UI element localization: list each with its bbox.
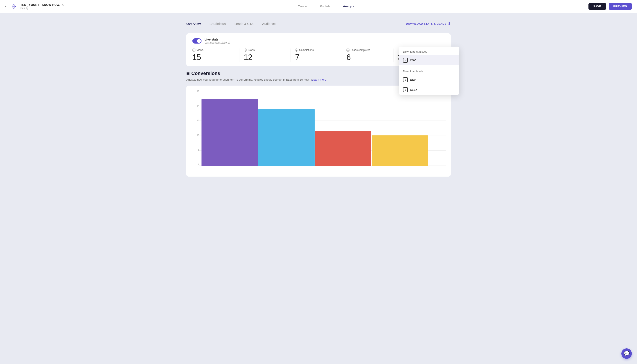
metric-leads-label: ◷ Leads completed <box>346 48 389 52</box>
filter-icon: ⊟ <box>186 71 190 76</box>
chat-icon: 💬 <box>624 351 630 356</box>
download-stats-icon: ⬇ <box>448 22 451 26</box>
bars-row <box>199 90 446 166</box>
bar-views <box>202 99 258 166</box>
metric-starts-label: ◎ Starts <box>244 48 286 52</box>
tabs-bar: Overview Breakdown Leads & CTA Audience … <box>186 20 451 28</box>
chart-area <box>199 90 446 172</box>
metric-completions-value: 7 <box>295 53 338 62</box>
live-stats-text: Live stats Last updated 12:19:17 <box>204 38 230 44</box>
dropdown-leads-title: Download leads <box>399 67 459 75</box>
bar-starts <box>258 109 314 166</box>
starts-icon: ◎ <box>244 48 247 52</box>
save-button[interactable]: SAVE <box>588 3 606 10</box>
metric-views-value: 15 <box>192 53 235 62</box>
nav-analyze[interactable]: Analyze <box>343 4 354 9</box>
live-stats-header: Live stats Last updated 12:19:17 <box>192 38 444 44</box>
chart-container: 16 14 12 10 8 6 <box>186 86 451 176</box>
chart-inner: 16 14 12 10 8 6 <box>193 90 446 172</box>
csv-leads-icon: ↓ <box>403 77 408 82</box>
leads-icon: ◷ <box>346 48 350 52</box>
metric-completions-label: ◉ Completions <box>295 48 338 52</box>
tab-leads-cta[interactable]: Leads & CTA <box>234 20 254 28</box>
topnav-center-nav: Create Publish Analyze <box>64 4 588 9</box>
metric-completions: ◉ Completions 7 <box>291 48 342 62</box>
info-icon[interactable]: i <box>26 6 29 10</box>
dropdown-leads-xlsx[interactable]: ↓ XLSX <box>399 85 459 95</box>
chat-button[interactable]: 💬 <box>622 348 632 359</box>
logo-icon <box>10 2 18 10</box>
y-axis: 16 14 12 10 8 6 <box>193 90 199 172</box>
live-stats-label: Live stats <box>204 38 230 41</box>
download-stats-button[interactable]: DOWNLOAD STATS & LEADS ⬇ <box>406 22 451 26</box>
views-icon: ○ <box>192 48 196 52</box>
learn-more-link[interactable]: Learn more <box>312 78 326 81</box>
edit-title-icon[interactable]: ✎ <box>62 4 64 6</box>
bar-completions <box>315 131 371 166</box>
bar-leads <box>372 136 428 166</box>
csv-stats-icon: ↓ <box>403 58 408 62</box>
metric-starts: ◎ Starts 12 <box>240 48 291 62</box>
metric-views-label: ○ Views <box>192 48 235 52</box>
metric-leads: ◷ Leads completed 6 <box>342 48 394 62</box>
project-subtitle: Quiz i <box>20 6 64 10</box>
metric-views: ○ Views 15 <box>192 48 240 62</box>
title-block: TEST YOUR IT KNOW-HOW. ✎ Quiz i <box>20 3 64 10</box>
live-stats-updated: Last updated 12:19:17 <box>204 41 230 44</box>
metric-leads-value: 6 <box>346 53 389 62</box>
project-title: TEST YOUR IT KNOW-HOW. ✎ <box>20 3 64 6</box>
download-dropdown: Download statistics ↓ CSV Download leads… <box>399 46 459 95</box>
nav-publish[interactable]: Publish <box>320 4 330 9</box>
dropdown-stats-title: Download statistics <box>399 46 459 55</box>
xlsx-leads-icon: ↓ <box>403 87 408 92</box>
dropdown-divider <box>399 66 459 66</box>
topnav-right: SAVE PREVIEW <box>588 3 632 10</box>
dropdown-stats-csv[interactable]: ↓ CSV <box>399 55 459 65</box>
live-stats-toggle[interactable] <box>192 38 202 44</box>
metric-starts-value: 12 <box>244 53 286 62</box>
main-content: Overview Breakdown Leads & CTA Audience … <box>178 13 459 183</box>
nav-create[interactable]: Create <box>298 4 307 9</box>
topnav-left: ‹ TEST YOUR IT KNOW-HOW. ✎ Quiz i <box>5 2 64 10</box>
top-navigation: ‹ TEST YOUR IT KNOW-HOW. ✎ Quiz i Create… <box>0 0 637 13</box>
completions-icon: ◉ <box>295 48 298 52</box>
dropdown-leads-csv[interactable]: ↓ CSV <box>399 75 459 85</box>
tab-audience[interactable]: Audience <box>262 20 276 28</box>
preview-button[interactable]: PREVIEW <box>608 3 632 10</box>
back-button[interactable]: ‹ <box>5 4 6 9</box>
tab-breakdown[interactable]: Breakdown <box>210 20 226 28</box>
tab-overview[interactable]: Overview <box>186 20 201 28</box>
